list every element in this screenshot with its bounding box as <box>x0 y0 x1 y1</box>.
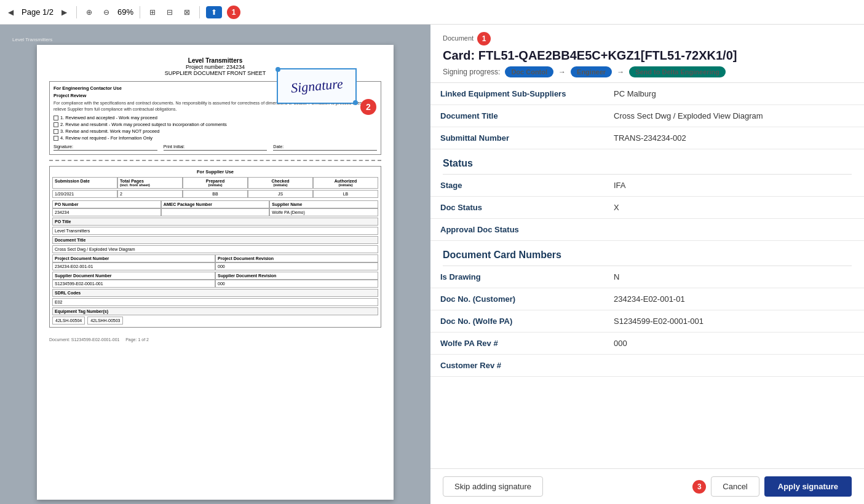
print-initial-label: Print Initial: <box>164 144 268 151</box>
proj-doc-rev-header: Project Document Revision <box>215 254 378 262</box>
wolfe-rev-label: Wolfe PA Rev # <box>430 333 604 355</box>
is-drawing-label: Is Drawing <box>430 266 604 288</box>
checkbox-row-3: 3. Revise and resubmit. Work may NOT pro… <box>54 128 377 134</box>
po-values: 234234 Wolfe PA (Demo) <box>52 208 378 216</box>
wolfe-rev-val: 000 <box>604 333 864 355</box>
pdf-panel[interactable]: Level Transmitters Signature 2 Level Tra… <box>0 25 430 504</box>
skip-signature-button[interactable]: Skip adding signature <box>443 476 543 497</box>
doc-status-label: Doc Status <box>430 197 604 219</box>
separator1 <box>76 6 77 18</box>
badge-2: 2 <box>360 99 376 115</box>
fit-width-button[interactable]: ⊞ <box>146 6 159 18</box>
next-page-button[interactable]: ▶ <box>58 6 70 18</box>
authorized-val: LB <box>313 190 378 198</box>
signing-progress-label: Signing progress: <box>443 68 500 76</box>
checkbox-3[interactable] <box>54 129 58 134</box>
proj-doc-rev-val: 000 <box>215 262 378 270</box>
sig-label: Signature: <box>54 144 157 151</box>
checkbox-4[interactable] <box>54 136 58 141</box>
checkbox-label-4: 4. Review not required - For Information… <box>60 135 153 141</box>
total-pages-val: 2 <box>117 190 183 198</box>
info-section-top: Linked Equipment Sub-Suppliers PC Malbur… <box>430 83 864 149</box>
toolbar: ◀ Page 1/2 ▶ ⊕ ⊖ 69% ⊞ ⊟ ⊠ ⬆ 1 <box>0 0 864 25</box>
checkbox-label-1: 1. Reviewed and accepted - Work may proc… <box>60 115 157 120</box>
checkbox-label-3: 3. Revise and resubmit. Work may NOT pro… <box>60 128 159 134</box>
zoom-out-button[interactable]: ⊖ <box>100 6 113 18</box>
signature-text: Signature <box>290 76 344 96</box>
doc-status-val: X <box>604 197 864 219</box>
prev-icon: ◀ <box>8 8 14 17</box>
doc-no-wolfe-val: S1234599-E02-0001-001 <box>604 310 864 333</box>
amec-package-val <box>161 208 270 216</box>
arrow-1: → <box>558 68 566 76</box>
footer-page: Page: 1 of 2 <box>125 337 149 342</box>
supplier-box: For Supplier Use Submission Date Total P… <box>49 166 381 328</box>
zoom-in-button[interactable]: ⊕ <box>83 6 95 18</box>
linked-equipment-val: PC Malburg <box>604 83 864 105</box>
doc-no-wolfe-label: Doc No. (Wolfe PA) <box>430 310 604 333</box>
spacer <box>430 377 864 468</box>
proj-doc-number-header: Project Document Number <box>52 254 215 262</box>
customer-rev-row: Customer Rev # <box>430 355 864 377</box>
equipment-tag-1: 42LSH-00504 <box>52 317 85 325</box>
po-title-val: Level Transmitters <box>52 227 378 235</box>
is-drawing-val: N <box>604 266 864 288</box>
total-pages-header: Total Pages (incl. front sheet) <box>117 177 183 189</box>
fit-height-button[interactable]: ⊟ <box>164 6 176 18</box>
checkbox-row-2: 2. Revise and resubmit - Work may procee… <box>54 122 377 127</box>
signature-box[interactable]: Signature <box>277 68 357 104</box>
export-button[interactable]: ⬆ <box>206 6 222 18</box>
stage-label: Stage <box>430 175 604 197</box>
submittal-number-row: Submittal Number TRANS-234234-002 <box>430 127 864 149</box>
sig-handle-tl[interactable] <box>275 67 280 72</box>
pdf-title: Level Transmitters <box>49 57 381 64</box>
stage-doc-contol[interactable]: Doc Contol <box>505 66 553 77</box>
doc-title-header: Document Title <box>52 236 378 244</box>
fit-page-button[interactable]: ⊠ <box>181 6 193 18</box>
doc-no-customer-label: Doc No. (Customer) <box>430 288 604 310</box>
footer-bar: Skip adding signature 3 Cancel Apply sig… <box>430 468 864 504</box>
status-section-title: Status <box>430 149 864 174</box>
stage-send-delta[interactable]: Send to Delta Engineering <box>629 66 726 77</box>
cancel-button[interactable]: Cancel <box>711 476 759 497</box>
supplier-doc-number-val: S1234599-E02-0001-001 <box>52 280 215 288</box>
authorized-header: Authorized (initials) <box>313 177 378 189</box>
pdf-page: Signature 2 Level Transmitters Project n… <box>37 45 394 500</box>
doc-title-label: Document Title <box>430 105 604 127</box>
checkbox-row-4: 4. Review not required - For Information… <box>54 135 377 141</box>
supplier-doc-rev-header: Supplier Document Revision <box>215 272 378 280</box>
sdrl-codes-header: SDRL Codes <box>52 289 378 297</box>
doc-title-val: Cross Sect Dwg / Exploded View Diagram <box>604 105 864 127</box>
signature-line-row: Signature: Print Initial: Date: <box>54 144 377 151</box>
supplier-doc-rev-val: 000 <box>215 280 378 288</box>
prepared-val: BB <box>183 190 248 198</box>
checkbox-2[interactable] <box>54 122 58 127</box>
stage-row: Stage IFA <box>430 175 864 197</box>
arrow-2: → <box>617 68 624 76</box>
doc-no-wolfe-row: Doc No. (Wolfe PA) S1234599-E02-0001-001 <box>430 310 864 333</box>
action-buttons: 3 Cancel Apply signature <box>692 476 852 497</box>
customer-rev-label: Customer Rev # <box>430 355 604 377</box>
doc-no-customer-row: Doc No. (Customer) 234234-E02-001-01 <box>430 288 864 310</box>
supplier-doc-values: S1234599-E02-0001-001 000 <box>52 280 378 288</box>
wolfe-rev-row: Wolfe PA Rev # 000 <box>430 333 864 355</box>
prev-page-button[interactable]: ◀ <box>5 6 17 18</box>
separator3 <box>199 6 200 18</box>
submittal-number-label: Submittal Number <box>430 127 604 149</box>
doc-title-row: Document Title Cross Sect Dwg / Exploded… <box>430 105 864 127</box>
apply-signature-button[interactable]: Apply signature <box>764 476 852 497</box>
approval-doc-status-val <box>604 219 864 241</box>
zoom-out-icon: ⊖ <box>103 8 109 17</box>
dashed-divider <box>49 160 381 161</box>
signing-progress: Signing progress: Doc Contol → Engineer … <box>443 66 852 77</box>
card-title: Card: FTL51-QAE2BB4E5C+KGZ1[FTL51-72XK1/… <box>443 48 852 63</box>
doc-card-table: Is Drawing N Doc No. (Customer) 234234-E… <box>430 266 864 377</box>
linked-equipment-row: Linked Equipment Sub-Suppliers PC Malbur… <box>430 83 864 105</box>
stage-val: IFA <box>604 175 864 197</box>
sdrl-codes-val: E02 <box>52 298 378 306</box>
proj-doc-values: 234234-E02-001-01 000 <box>52 262 378 270</box>
sig-handle-br[interactable] <box>353 100 358 105</box>
checkbox-1[interactable] <box>54 116 58 120</box>
po-number-header: PO Number <box>52 200 161 208</box>
stage-engineer[interactable]: Engineer <box>571 66 612 77</box>
